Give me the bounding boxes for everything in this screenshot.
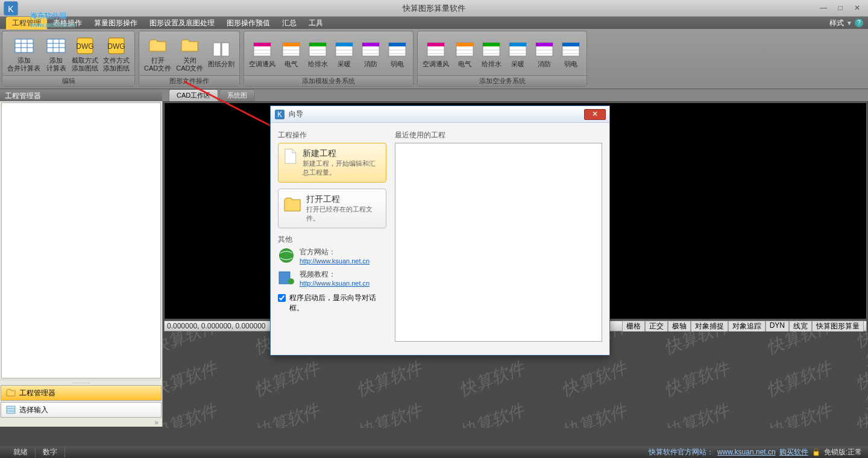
ribbon-group-file-ops: 打开 CAD文件 关闭 CAD文件 图纸分割 图形文件操作 (139, 31, 240, 87)
svg-rect-23 (283, 43, 300, 46)
system-icon (333, 39, 355, 60)
folder-icon (6, 388, 16, 398)
op-desc: 打开已经存在的工程文件。 (306, 205, 381, 223)
snap-button[interactable]: 正交 (645, 321, 668, 332)
op-title: 打开工程 (306, 194, 381, 205)
system-icon (507, 39, 529, 60)
ribbon-close-cad[interactable]: 关闭 CAD文件 (176, 35, 203, 72)
ribbon-group-label: 添加空业务系统 (418, 75, 587, 86)
ribbon-add-merge-sheet[interactable]: 添加 合并计算表 (7, 35, 40, 72)
website-link[interactable]: http://www.ksuan.net.cn (300, 257, 370, 265)
system-icon (280, 39, 302, 60)
sidebar-tab-project-manager[interactable]: 工程管理器 (1, 385, 162, 401)
folder-open-icon (283, 194, 301, 216)
project-tree[interactable] (1, 102, 161, 378)
menu-item-tools[interactable]: 工具 (303, 18, 329, 28)
svg-rect-51 (483, 43, 500, 46)
ribbon-system-item[interactable]: 采暖 (507, 39, 529, 68)
snap-button[interactable]: 对象追踪 (728, 321, 766, 332)
sidebar-tab-label: 工程管理器 (19, 388, 55, 398)
svg-rect-55 (509, 43, 526, 46)
system-icon (533, 39, 555, 60)
svg-rect-67 (7, 406, 15, 413)
ribbon-group-template-systems: 空调通风电气给排水采暖消防弱电 添加模板业务系统 (244, 31, 414, 87)
recent-projects-list[interactable] (395, 143, 602, 342)
ribbon-system-item[interactable]: 消防 (533, 39, 555, 68)
ribbon-system-item[interactable]: 弱电 (560, 39, 582, 68)
ribbon-group-label: 图形文件操作 (139, 75, 239, 86)
ribbon-add-drawing-file[interactable]: DWG 文件方式 添加图纸 (103, 35, 130, 72)
ribbon-system-item[interactable]: 给排水 (480, 39, 502, 68)
ribbon-system-item[interactable]: 弱电 (386, 39, 408, 68)
snap-button[interactable]: 对象捕捉 (691, 321, 728, 332)
system-icon (480, 39, 502, 60)
status-num: 数字 (36, 447, 65, 457)
ribbon-system-item[interactable]: 消防 (360, 39, 382, 68)
sidebar-tab-select-input[interactable]: 选择输入 (1, 402, 162, 418)
system-icon (360, 39, 382, 60)
ribbon-split-drawing[interactable]: 图纸分割 (208, 39, 234, 68)
ribbon-system-item[interactable]: 采暖 (333, 39, 355, 68)
ribbon-system-item[interactable]: 空调通风 (249, 39, 275, 68)
menu-item-graphic-settings[interactable]: 图形设置及底图处理 (143, 18, 221, 28)
globe-icon (278, 247, 295, 264)
title-bar: K 快算图形算量软件 — □ ✕ (0, 0, 868, 17)
checkbox-label: 程序启动后，显示向导对话框。 (289, 293, 386, 313)
show-wizard-checkbox[interactable] (278, 294, 286, 302)
open-project-button[interactable]: 打开工程 打开已经存在的工程文件。 (278, 189, 386, 228)
close-button[interactable]: ✕ (851, 4, 863, 13)
dialog-close-button[interactable]: ✕ (584, 109, 606, 120)
tab-cad-workspace[interactable]: CAD工作区 (169, 89, 218, 101)
window-title: 快算图形算量软件 (403, 3, 465, 14)
ribbon-group-label: 添加模板业务系统 (244, 75, 413, 86)
dialog-ops-label: 工程操作 (278, 130, 386, 140)
menu-item-graphic-preset[interactable]: 图形操作预值 (221, 18, 276, 28)
folder-open-icon (147, 35, 169, 57)
menu-item-graphic-ops[interactable]: 算量图形操作 (88, 18, 143, 28)
minimize-button[interactable]: — (817, 4, 829, 13)
system-icon (251, 39, 273, 60)
sidebar-more[interactable]: » (0, 418, 162, 427)
snap-button[interactable]: 栅格 (622, 321, 645, 332)
ribbon-system-item[interactable]: 给排水 (307, 39, 329, 68)
watermark-overlay: 海东软件园 www.pc0359.cn (30, 5, 75, 28)
tab-system-diagram[interactable]: 系统图 (219, 89, 255, 101)
ribbon-open-cad[interactable]: 打开 CAD文件 (144, 35, 171, 72)
license-status: 免锁版:正常 (824, 447, 862, 457)
sidebar: 工程管理器 ┄┄┄┄┄┄ 工程管理器 选择输入 » (0, 89, 163, 427)
svg-rect-17 (222, 43, 229, 56)
svg-rect-31 (336, 43, 353, 46)
ribbon-group-edit: 添加 合并计算表 添加 计算表 DWG 截取方式 添加图纸 DWG 文件方式 添… (2, 31, 135, 87)
menu-item-summary[interactable]: 汇总 (276, 18, 303, 28)
svg-rect-7 (47, 39, 65, 52)
new-project-button[interactable]: 新建工程 新建工程，开始编辑和汇总工程量。 (278, 143, 386, 183)
snap-button[interactable]: 线宽 (789, 321, 812, 332)
ribbon-system-item[interactable]: 电气 (280, 39, 302, 68)
ribbon-system-item[interactable]: 电气 (454, 39, 476, 68)
system-icon (386, 39, 408, 60)
svg-rect-43 (427, 43, 444, 46)
status-ready: 就绪 (6, 447, 36, 457)
snap-button[interactable]: DYN (766, 321, 789, 332)
help-icon[interactable]: ? (855, 19, 863, 27)
list-icon (6, 405, 16, 415)
snap-button[interactable]: 极轴 (668, 321, 691, 332)
style-dropdown[interactable]: 样式 (829, 18, 844, 28)
ribbon-system-item[interactable]: 空调通风 (423, 39, 449, 68)
video-link[interactable]: http://www.ksuan.net.cn (300, 280, 370, 287)
grid-icon (45, 35, 67, 57)
svg-rect-47 (456, 43, 473, 46)
buy-link[interactable]: 购买软件 (779, 447, 808, 457)
sidebar-grip[interactable]: ┄┄┄┄┄┄ (0, 380, 162, 384)
folder-icon (179, 35, 201, 57)
official-site-link[interactable]: www.ksuan.net.cn (717, 448, 776, 456)
snap-button[interactable]: 快算图形算量 (812, 321, 864, 332)
ribbon-add-drawing-capture[interactable]: DWG 截取方式 添加图纸 (72, 35, 98, 72)
svg-rect-16 (213, 43, 221, 56)
sidebar-tab-label: 选择输入 (19, 405, 48, 415)
system-icon (560, 39, 582, 60)
maximize-button[interactable]: □ (834, 4, 846, 13)
ribbon-add-sheet[interactable]: 添加 计算表 (45, 35, 67, 72)
ribbon-group-label: 编辑 (2, 75, 134, 86)
dialog-titlebar[interactable]: K 向导 ✕ (271, 106, 609, 123)
